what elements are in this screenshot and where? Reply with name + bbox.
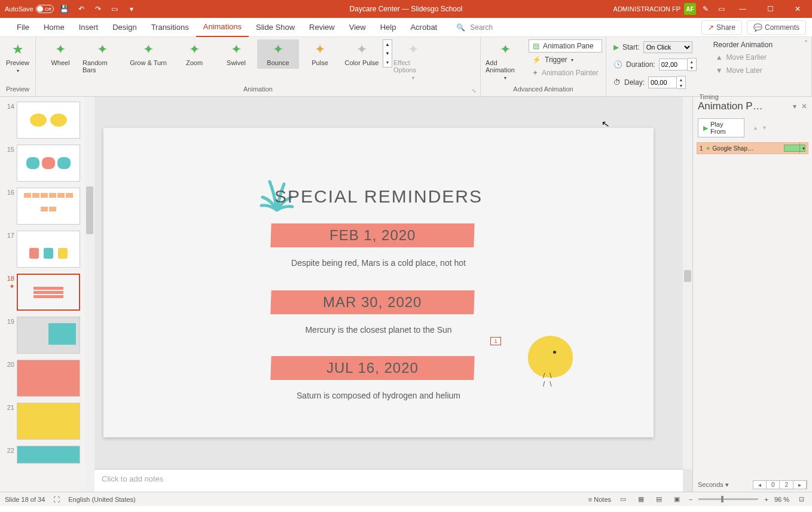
maximize-icon[interactable]: ☐ xyxy=(758,0,782,18)
accessibility-icon[interactable]: ⛶ xyxy=(53,496,60,503)
tab-transitions[interactable]: Transitions xyxy=(144,18,196,37)
thumb-scrollbar[interactable] xyxy=(85,97,94,492)
tab-file[interactable]: File xyxy=(10,18,36,37)
user-avatar[interactable]: AF xyxy=(684,3,696,15)
preview-button[interactable]: ★Preview▾ xyxy=(4,39,32,76)
thumb-17[interactable] xyxy=(17,231,80,268)
normal-view-icon[interactable]: ▭ xyxy=(617,494,629,505)
up-icon[interactable]: ▲ xyxy=(383,40,392,49)
collapse-ribbon-icon[interactable]: ˄ xyxy=(804,39,808,48)
slide-editor[interactable]: SPECIAL REMINDERS FEB 1, 2020 Despite be… xyxy=(94,97,692,492)
tab-view[interactable]: View xyxy=(342,18,373,37)
down-icon[interactable]: ▼ xyxy=(383,49,392,58)
move-later-button[interactable]: ▼Move Later xyxy=(712,65,774,76)
share-button[interactable]: ↗Share xyxy=(701,20,742,35)
anim-bounce[interactable]: ✦Bounce xyxy=(257,39,299,69)
close-icon[interactable]: ✕ xyxy=(786,0,810,18)
notes-button[interactable]: ≡ Notes xyxy=(588,496,611,503)
move-up-icon[interactable]: ▲ xyxy=(753,125,758,131)
thumb-18[interactable] xyxy=(17,274,80,311)
anim-grow-turn[interactable]: ✦Grow & Turn xyxy=(123,39,173,69)
seconds-label[interactable]: Seconds ▾ xyxy=(698,481,729,489)
display-options-icon[interactable]: ▭ xyxy=(715,3,727,15)
notes-input[interactable]: Click to add notes xyxy=(94,469,683,492)
delay-input[interactable] xyxy=(648,76,677,88)
anim-random-bars[interactable]: ✦Random Bars xyxy=(81,39,123,76)
tab-acrobat[interactable]: Acrobat xyxy=(403,18,444,37)
date-bar-2[interactable]: MAR 30, 2020 xyxy=(270,290,474,314)
thumb-22[interactable] xyxy=(17,446,80,464)
anim-color-pulse[interactable]: ✦Color Pulse xyxy=(341,39,383,69)
animation-tag[interactable]: 1 xyxy=(490,337,501,345)
dialog-launcher-icon[interactable]: ⤡ xyxy=(472,88,479,95)
tab-insert[interactable]: Insert xyxy=(72,18,106,37)
tab-design[interactable]: Design xyxy=(105,18,144,37)
language-button[interactable]: English (United States) xyxy=(68,496,136,503)
present-icon[interactable]: ▭ xyxy=(109,3,121,15)
autosave-toggle[interactable]: AutoSave Off xyxy=(5,5,54,13)
fit-window-icon[interactable]: ⊡ xyxy=(795,494,807,505)
redo-icon[interactable]: ↷ xyxy=(92,3,104,15)
duration-input[interactable] xyxy=(659,59,688,70)
desc-2[interactable]: Mercury is the closest planet to the Sun xyxy=(103,325,654,335)
animation-item[interactable]: 1 ✦ Google Shape… ▾ xyxy=(697,142,808,154)
slide-thumbnails[interactable]: 14 15 16 17 18★ 19 20 21 22 xyxy=(0,97,94,492)
tab-animations[interactable]: Animations xyxy=(196,18,249,37)
thumb-14[interactable] xyxy=(17,102,80,139)
slide-title[interactable]: SPECIAL REMINDERS xyxy=(103,186,654,207)
sorter-view-icon[interactable]: ▦ xyxy=(635,494,647,505)
add-animation-button[interactable]: ✦Add Animation▾ xyxy=(484,39,526,83)
zoom-in-icon[interactable]: + xyxy=(764,496,768,503)
move-down-icon[interactable]: ▼ xyxy=(762,125,767,131)
date-bar-3[interactable]: JUL 16, 2020 xyxy=(270,356,474,380)
tab-home[interactable]: Home xyxy=(36,18,72,37)
thumb-15[interactable] xyxy=(17,145,80,182)
slide-counter[interactable]: Slide 18 of 34 xyxy=(5,496,45,503)
item-dropdown-icon[interactable]: ▾ xyxy=(799,143,807,154)
desc-1[interactable]: Despite being red, Mars is a cold place,… xyxy=(103,258,654,268)
reading-view-icon[interactable]: ▤ xyxy=(653,494,665,505)
pane-dropdown-icon[interactable]: ▾ xyxy=(793,102,796,111)
spin-up-icon[interactable]: ▲ xyxy=(677,76,685,82)
thumb-19[interactable] xyxy=(17,317,80,354)
anim-pulse[interactable]: ✦Pulse xyxy=(299,39,341,69)
simplify-ribbon-icon[interactable]: ✎ xyxy=(700,3,712,15)
comments-button[interactable]: 💬Comments xyxy=(747,20,806,35)
gallery-scroll[interactable]: ▲▼▾ xyxy=(383,39,392,68)
chick-shape[interactable]: /\ /\ xyxy=(528,336,573,378)
spin-down-icon[interactable]: ▼ xyxy=(688,65,696,70)
minimize-icon[interactable]: — xyxy=(731,0,755,18)
zoom-out-icon[interactable]: − xyxy=(689,496,692,503)
zoom-slider[interactable] xyxy=(698,498,758,500)
start-select[interactable]: On Click xyxy=(643,41,692,53)
zoom-level[interactable]: 96 % xyxy=(774,496,789,503)
undo-icon[interactable]: ↶ xyxy=(75,3,87,15)
pane-close-icon[interactable]: ✕ xyxy=(801,102,807,111)
anim-swivel[interactable]: ✦Swivel xyxy=(215,39,257,69)
date-bar-1[interactable]: FEB 1, 2020 xyxy=(270,223,474,247)
search-box[interactable]: 🔍 Search xyxy=(456,23,493,32)
trigger-button[interactable]: ⚡Trigger▾ xyxy=(529,54,602,66)
tab-review[interactable]: Review xyxy=(302,18,342,37)
qat-more-icon[interactable]: ▾ xyxy=(126,3,138,15)
anim-zoom[interactable]: ✦Zoom xyxy=(173,39,215,69)
spin-down-icon[interactable]: ▼ xyxy=(677,82,685,88)
tab-help[interactable]: Help xyxy=(373,18,404,37)
timeline-scale[interactable]: ◂02▸ xyxy=(753,480,807,489)
animation-pane-button[interactable]: ▤Animation Pane xyxy=(529,39,602,53)
save-icon[interactable]: 💾 xyxy=(59,3,71,15)
play-from-button[interactable]: ▶Play From xyxy=(698,118,744,137)
move-earlier-button[interactable]: ▲Move Earlier xyxy=(712,51,774,63)
effect-options-button[interactable]: ✦Effect Options▾ xyxy=(392,39,434,83)
anim-wheel[interactable]: ✦Wheel xyxy=(39,39,81,69)
slideshow-view-icon[interactable]: ▣ xyxy=(671,494,683,505)
thumb-20[interactable] xyxy=(17,360,80,397)
tab-slideshow[interactable]: Slide Show xyxy=(249,18,302,37)
more-icon[interactable]: ▾ xyxy=(383,58,392,67)
editor-scrollbar[interactable] xyxy=(683,97,692,469)
thumb-16[interactable] xyxy=(17,188,80,225)
animation-painter-button[interactable]: ✦Animation Painter xyxy=(529,67,602,79)
slide-canvas[interactable]: SPECIAL REMINDERS FEB 1, 2020 Despite be… xyxy=(103,128,654,437)
spin-up-icon[interactable]: ▲ xyxy=(688,59,696,65)
desc-3[interactable]: Saturn is composed of hydrogen and heliu… xyxy=(103,391,654,400)
